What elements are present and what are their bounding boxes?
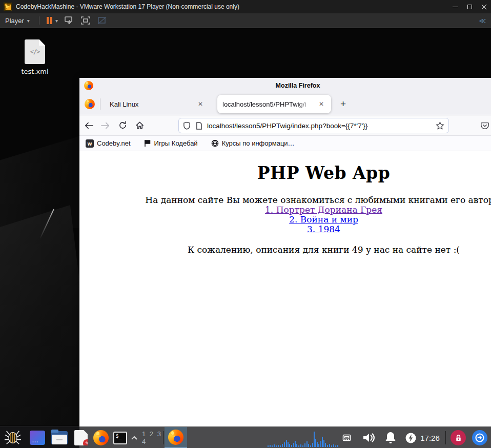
show-desktop-button[interactable]: … [29,427,46,448]
intro-text: На данном сайте Вы можете ознакомиться с… [79,195,491,205]
url-bar[interactable] [178,118,449,133]
notifications-tray-icon[interactable] [381,427,400,448]
bell-icon [384,431,397,444]
bookmark-kursy[interactable]: Курсы по информаци… [211,139,295,147]
vmware-window-title: CodebyHackMashine - VMware Workstation 1… [16,3,239,10]
globe-icon [211,139,219,147]
applications-menu-button[interactable] [1,427,25,448]
pause-icon [47,17,52,24]
url-input[interactable] [207,122,434,130]
firefox-icon [84,81,93,90]
home-icon [135,121,144,130]
network-graph-bars [267,429,339,447]
text-editor-button[interactable]: ✎ [72,427,90,448]
monitor-arrow-icon [65,16,74,25]
vmware-logo-icon [4,3,12,11]
firefox-view-button[interactable] [85,99,95,109]
bookmark-label: Игры Кодебай [154,139,198,147]
minimize-icon [453,7,458,7]
tab-localhost-active[interactable]: localhost/lesson5/PHPTwig/i ✕ [217,95,331,113]
tab-kali-linux[interactable]: Kali Linux ✕ [105,95,210,113]
player-menu-button[interactable]: Player ▾ [0,13,35,28]
web-page: PHP Web App На данном сайте Вы можете оз… [79,151,491,447]
pocket-icon [480,121,489,130]
terminal-launcher-button[interactable]: $_ [112,427,128,448]
unity-disabled-icon [97,16,107,25]
new-tab-button[interactable]: + [336,98,350,110]
tab-close-button[interactable]: ✕ [317,99,326,109]
bookmark-label: Курсы по информаци… [222,139,295,147]
panel-divider [163,431,163,444]
flag-icon [144,139,151,147]
bookmark-label: Codeby.net [97,139,131,147]
firefox-icon [93,430,109,445]
folder-icon [51,431,68,444]
document-icon: ✎ [74,430,88,445]
terminal-icon: $_ [113,432,127,444]
pencil-badge-icon: ✎ [83,439,91,447]
power-manager-tray-icon[interactable] [403,427,418,448]
book-link-2[interactable]: 2. Война и мир [79,215,491,225]
chevron-down-icon: ▾ [27,18,30,24]
firefox-icon [85,99,95,109]
reload-button[interactable] [115,118,130,133]
workspace-switcher[interactable]: 1 2 3 4 [142,427,162,448]
suspend-vm-button[interactable]: ▾ [44,17,61,24]
book-link-3[interactable]: 3. 1984 [79,225,491,234]
desktop-app-icon: … [30,431,45,445]
firefox-window: Mozilla Firefox Kali Linux ✕ localhost/l… [79,78,491,448]
tab-strip: Kali Linux ✕ localhost/lesson5/PHPTwig/i… [79,93,491,115]
panel-divider [445,431,446,444]
book-link-1[interactable]: 1. Портрет Дориана Грея [79,205,491,215]
maximize-icon [467,5,472,9]
tab-close-button[interactable]: ✕ [196,99,205,109]
vm-desktop: </> test.xml Mozilla Firefox Kali Linux … [0,28,491,448]
bookmarks-toolbar: w Codeby.net Игры Кодебай Курсы по инфор… [79,136,491,151]
bookmark-codeby[interactable]: w Codeby.net [86,139,131,148]
file-manager-button[interactable] [50,427,69,448]
reload-icon [118,121,127,130]
lock-screen-button[interactable] [449,427,467,448]
clock[interactable]: 17:26 [418,427,442,448]
toolbar-collapse-button[interactable]: ≪ [479,17,485,25]
home-button[interactable] [132,118,147,133]
kali-dragon-icon [3,429,23,446]
window-controls [448,0,491,13]
firefox-launcher-button[interactable] [92,427,110,448]
bookmark-igry-kodebay[interactable]: Игры Кодебай [144,139,198,147]
volume-tray-icon[interactable] [359,427,379,448]
maximize-button[interactable] [462,0,477,13]
logout-button[interactable] [470,427,489,448]
tab-divider [100,98,100,110]
desktop-file-testxml[interactable]: </> test.xml [13,39,56,75]
firefox-window-button[interactable] [165,427,187,448]
back-button[interactable] [81,118,96,133]
firefox-titlebar[interactable]: Mozilla Firefox [79,78,491,93]
close-button[interactable] [477,0,491,13]
fullscreen-button[interactable] [79,15,92,26]
player-menu-label: Player [5,17,24,25]
code-glyph-icon: </> [30,48,40,55]
codeby-favicon: w [86,139,94,148]
firefox-window-title: Mozilla Firefox [276,82,320,89]
send-ctrl-alt-del-button[interactable] [63,15,76,26]
xml-file-icon: </> [25,39,45,64]
chevron-down-icon: ▾ [55,18,58,24]
chevron-up-icon [131,436,137,440]
pocket-button[interactable] [478,118,491,133]
tracking-shield-icon [183,121,191,130]
tab-label: localhost/lesson5/PHPTwig/i [222,100,317,108]
network-port-tray-icon[interactable] [340,427,353,448]
vmware-toolbar: Player ▾ ▾ ≪ [0,13,491,28]
dots-glyph: … [30,438,39,445]
minimize-button[interactable] [448,0,462,13]
ethernet-icon [342,434,351,441]
forward-arrow-icon [101,121,110,130]
panel-expand-button[interactable] [129,427,140,448]
network-graph[interactable] [267,427,339,448]
unity-mode-button [95,15,109,26]
bookmark-star-icon[interactable] [436,121,444,130]
lightning-icon [405,432,417,444]
forward-button [98,118,113,133]
firefox-icon [168,430,183,445]
